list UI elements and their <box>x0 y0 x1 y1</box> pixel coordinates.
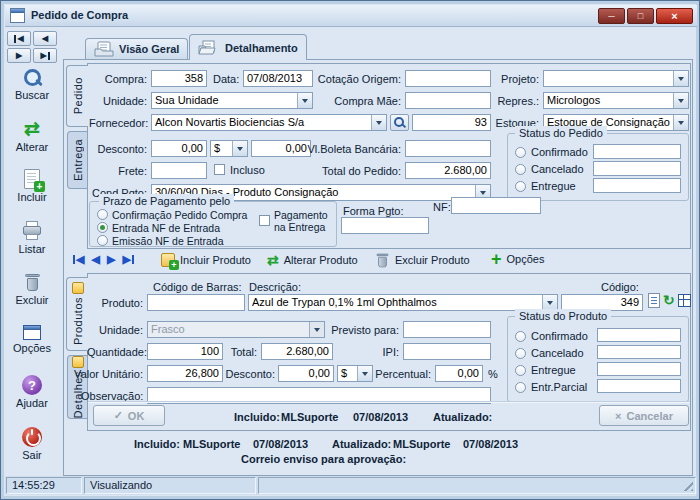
prazo-emissao-nf-radio[interactable] <box>97 235 108 246</box>
dropdown-arrow-icon[interactable] <box>297 93 312 108</box>
data-field[interactable]: 07/08/2013 <box>243 70 313 87</box>
x-icon: × <box>615 410 621 422</box>
status-produto-confirmado-field[interactable] <box>597 328 681 342</box>
produto-total-field[interactable]: 2.680,00 <box>261 343 333 360</box>
status-produto-entregue-field[interactable] <box>597 362 681 376</box>
close-button[interactable]: × <box>656 8 693 24</box>
product-prev-button[interactable]: ◀ <box>91 253 99 266</box>
quantidade-field[interactable]: 100 <box>147 343 223 360</box>
maximize-button[interactable]: □ <box>627 8 654 24</box>
alterar-produto-button[interactable]: ⇄ Alterar Produto <box>267 250 358 270</box>
unidade-select[interactable]: Sua Unidade <box>151 92 313 109</box>
first-record-button[interactable]: ◀ <box>7 31 31 46</box>
tab-visao-geral[interactable]: Visão Geral <box>85 38 188 59</box>
descricao-select[interactable]: Azul de Trypan 0,1% 1ml Ophthalmos <box>248 294 558 311</box>
side-tab-entrega[interactable]: Entrega <box>67 131 87 189</box>
sidebar-item-sair[interactable]: Sair <box>5 427 59 461</box>
incluso-checkbox[interactable] <box>214 164 225 175</box>
titlebar[interactable]: Pedido de Compra ─ □ × <box>5 5 697 27</box>
check-icon: ✓ <box>114 409 123 422</box>
excluir-produto-button[interactable]: Excluir Produto <box>375 250 470 270</box>
dropdown-arrow-icon[interactable] <box>542 295 557 310</box>
status-produto-entregue-radio[interactable] <box>515 365 526 376</box>
minimize-button[interactable]: ─ <box>598 8 625 24</box>
dropdown-arrow-icon[interactable] <box>673 71 688 86</box>
sidebar-item-alterar[interactable]: ⇄ Alterar <box>5 119 59 153</box>
dropdown-arrow-icon[interactable] <box>673 115 688 130</box>
total-pedido-field[interactable]: 2.680,00 <box>405 162 491 179</box>
status-produto-cancelado-label: Cancelado <box>531 346 584 360</box>
status-pedido-confirmado-radio[interactable] <box>515 147 526 158</box>
sidebar-item-incluir[interactable]: + Incluir <box>5 169 59 203</box>
cancelar-button[interactable]: × Cancelar <box>599 405 689 426</box>
opcoes-button[interactable]: + Opções <box>491 249 544 269</box>
prev-record-button[interactable]: ◀ <box>33 31 57 46</box>
prazo-entrada-nf-radio[interactable] <box>97 222 108 233</box>
previsto-field[interactable] <box>403 321 491 338</box>
sidebar-item-listar[interactable]: Listar <box>5 221 59 255</box>
sidebar-item-ajudar[interactable]: ? Ajudar <box>5 375 59 409</box>
prazo-confirmacao-label: Confirmação Pedido Compra <box>112 208 247 222</box>
dropdown-arrow-icon[interactable] <box>232 141 247 156</box>
incluir-produto-button[interactable]: + Incluir Produto <box>161 250 251 270</box>
yellow-tag-icon <box>72 282 84 294</box>
cotacao-origem-field[interactable] <box>405 70 491 87</box>
search-icon <box>393 116 406 129</box>
sidebar-item-buscar[interactable]: Buscar <box>5 67 59 101</box>
sidebar-item-excluir[interactable]: Excluir <box>5 273 59 306</box>
repres-select[interactable]: Micrologos <box>543 92 689 109</box>
produto-desconto-tipo-select[interactable]: $ <box>337 365 373 382</box>
prazo-confirmacao-radio[interactable] <box>97 209 108 220</box>
next-record-button[interactable]: ▶ <box>7 48 31 63</box>
codigo-barras-field[interactable] <box>147 294 245 311</box>
side-tab-produtos[interactable]: Produtos <box>66 277 88 351</box>
vl-boleta-field[interactable] <box>405 140 491 157</box>
ipi-field[interactable] <box>403 343 491 360</box>
status-pedido-entregue-radio[interactable] <box>515 181 526 192</box>
side-tab-detalhes[interactable]: Detalhes <box>67 355 87 419</box>
produto-desconto-field[interactable]: 0,00 <box>278 365 334 382</box>
tab-detalhamento[interactable]: Detalhamento <box>189 34 307 60</box>
fornecedor-codigo-field[interactable]: 93 <box>412 114 491 131</box>
data-label: Data: <box>213 72 239 86</box>
forma-pgto-field[interactable] <box>341 217 429 234</box>
frete-field[interactable] <box>151 162 207 179</box>
valor-unitario-field[interactable]: 26,800 <box>147 365 223 382</box>
ok-button[interactable]: ✓ OK <box>93 405 165 426</box>
pagamento-entrega-checkbox[interactable] <box>259 215 270 226</box>
status-pedido-confirmado-field[interactable] <box>593 144 681 159</box>
status-produto-cancelado-field[interactable] <box>597 345 681 359</box>
status-produto-entr-parcial-field[interactable] <box>597 379 681 393</box>
status-pedido-cancelado-field[interactable] <box>593 161 681 176</box>
refresh-icon[interactable]: ↻ <box>663 292 675 308</box>
sidebar-item-opcoes[interactable]: Opções <box>5 325 59 354</box>
compra-field[interactable]: 358 <box>151 70 207 87</box>
product-last-button[interactable]: ▶ <box>122 253 133 266</box>
status-produto-cancelado-radio[interactable] <box>515 348 526 359</box>
product-next-button[interactable]: ▶ <box>107 253 115 266</box>
desconto-valor2-field[interactable]: 0,00 <box>251 140 311 157</box>
search-supplier-button[interactable] <box>390 114 409 131</box>
desconto-label: Desconto: <box>95 142 147 156</box>
document-icon[interactable] <box>648 293 660 308</box>
compra-mae-field[interactable] <box>405 92 491 109</box>
fornecedor-select[interactable]: Alcon Novartis Biociencias S/a <box>151 114 387 131</box>
desconto-tipo-select[interactable]: $ <box>210 140 248 157</box>
dropdown-arrow-icon[interactable] <box>371 115 386 130</box>
footer-incluido-date: 07/08/2013 <box>253 437 308 451</box>
desconto-valor-field[interactable]: 0,00 <box>151 140 207 157</box>
status-pedido-entregue-field[interactable] <box>593 178 681 193</box>
status-pedido-cancelado-radio[interactable] <box>515 164 526 175</box>
grid-icon[interactable] <box>678 294 691 307</box>
resize-grip[interactable] <box>680 478 693 491</box>
projeto-select[interactable] <box>543 70 689 87</box>
dropdown-arrow-icon[interactable] <box>357 366 372 381</box>
nf-field[interactable] <box>451 197 541 214</box>
status-produto-entr-parcial-radio[interactable] <box>515 382 526 393</box>
side-tab-pedido[interactable]: Pedido <box>66 65 88 127</box>
dropdown-arrow-icon[interactable] <box>673 93 688 108</box>
product-first-button[interactable]: ◀ <box>73 253 84 266</box>
status-produto-confirmado-radio[interactable] <box>515 331 526 342</box>
percentual-field[interactable]: 0,00 <box>435 365 483 382</box>
last-record-button[interactable]: ▶ <box>33 48 57 63</box>
